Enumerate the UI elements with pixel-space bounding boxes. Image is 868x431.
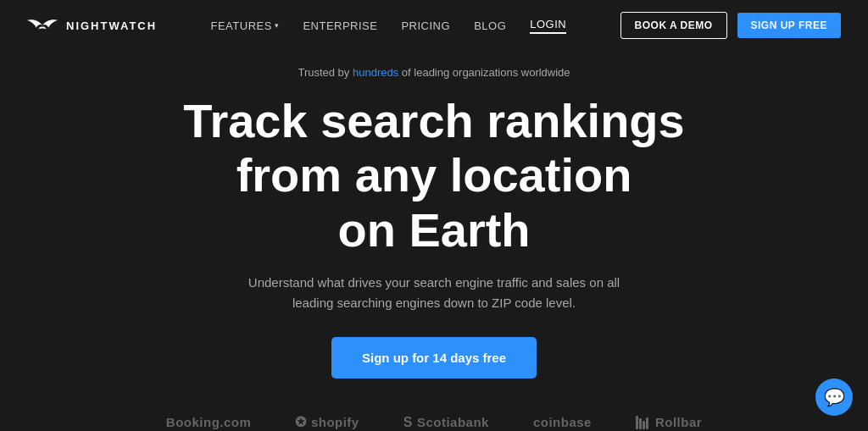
logo-coinbase: coinbase [533, 415, 592, 429]
navbar-cta-buttons: BOOK A DEMO SIGN UP FREE [620, 12, 841, 39]
hero-subtitle: Understand what drives your search engin… [231, 273, 637, 313]
trusted-suffix: of leading organizations worldwide [402, 66, 570, 79]
chat-icon: 💬 [824, 387, 845, 407]
rollbar-icon [636, 416, 651, 429]
svg-rect-1 [639, 418, 642, 429]
cta-signup-button[interactable]: Sign up for 14 days free [331, 337, 537, 379]
brand-name: NIGHTWATCH [66, 19, 157, 32]
svg-rect-0 [636, 416, 638, 429]
trusted-prefix: Trusted by [298, 66, 349, 79]
navbar: NIGHTWATCH FEATURES ▾ ENTERPRISE PRICING… [0, 0, 868, 51]
chat-button[interactable]: 💬 [815, 379, 853, 416]
logo-booking: Booking.com [166, 415, 252, 429]
nav-login[interactable]: LOGIN [530, 18, 566, 34]
logo-rollbar: Rollbar [636, 415, 702, 429]
nav-pricing[interactable]: PRICING [401, 19, 450, 32]
book-demo-button[interactable]: BOOK A DEMO [620, 12, 727, 39]
nav-features[interactable]: FEATURES ▾ [210, 19, 279, 32]
brand-logo-icon [27, 17, 58, 34]
signup-free-button[interactable]: SIGN UP FREE [737, 13, 841, 38]
hero-section: Trusted by hundreds of leading organizat… [0, 51, 868, 402]
nav-enterprise[interactable]: ENTERPRISE [303, 19, 377, 32]
chevron-down-icon: ▾ [275, 21, 280, 30]
hundreds-link[interactable]: hundreds [353, 66, 402, 79]
trusted-bar: Trusted by hundreds of leading organizat… [298, 66, 570, 79]
navbar-brand: NIGHTWATCH [27, 17, 157, 34]
svg-rect-2 [643, 421, 645, 429]
logos-bar: Booking.com ✪ shopify S Scotiabank coinb… [0, 402, 868, 431]
logo-shopify: ✪ shopify [295, 414, 359, 430]
logo-scotiabank: S Scotiabank [403, 415, 489, 430]
hero-title: Track search rankings from any location … [183, 94, 684, 257]
navbar-links: FEATURES ▾ ENTERPRISE PRICING BLOG LOGIN [210, 18, 566, 34]
svg-rect-3 [646, 417, 648, 429]
nav-blog[interactable]: BLOG [474, 19, 506, 32]
